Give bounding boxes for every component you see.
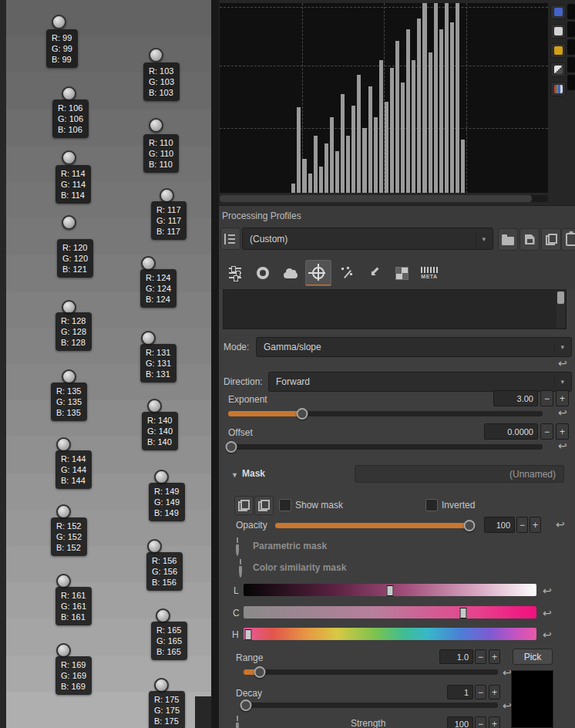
mask-paste-button[interactable] xyxy=(254,496,274,515)
slider-knob[interactable] xyxy=(464,520,476,531)
h-channel-slider[interactable] xyxy=(244,628,536,640)
decay-slider[interactable] xyxy=(244,703,498,708)
tab-meta[interactable]: META xyxy=(416,260,442,286)
adjustment-list[interactable] xyxy=(223,289,567,329)
tab-ring[interactable] xyxy=(250,260,276,286)
decay-decrement-button[interactable]: − xyxy=(475,685,486,699)
opacity-decrement-button[interactable]: − xyxy=(516,517,528,533)
reset-icon[interactable]: ↩ xyxy=(543,585,552,596)
range-value[interactable]: 1.0 xyxy=(439,649,473,664)
inverted-label[interactable]: Inverted xyxy=(442,500,475,511)
strength-decrement-button[interactable]: − xyxy=(475,716,486,728)
strength-increment-button[interactable]: + xyxy=(489,716,500,728)
exponent-increment-button[interactable]: + xyxy=(556,390,569,406)
offset-value[interactable]: 0.0000 xyxy=(484,423,538,440)
copy-profile-button[interactable] xyxy=(541,228,561,251)
opacity-increment-button[interactable]: + xyxy=(530,517,541,533)
tab-cloud[interactable] xyxy=(277,260,304,286)
panel-toggle-button[interactable] xyxy=(567,39,575,55)
histogram[interactable] xyxy=(220,3,548,193)
l-channel-slider[interactable] xyxy=(244,584,536,596)
color-picker-dot[interactable] xyxy=(52,15,66,29)
slider-knob[interactable] xyxy=(226,441,237,453)
luminosity-button[interactable] xyxy=(550,24,566,39)
reset-icon[interactable]: ↩ xyxy=(503,667,512,678)
show-mask-label[interactable]: Show mask xyxy=(295,500,343,511)
histogram-scrollbar[interactable] xyxy=(220,195,548,202)
offset-decrement-button[interactable]: − xyxy=(540,423,553,440)
color-similarity-mask-label[interactable]: Color similarity mask xyxy=(253,562,346,573)
decay-increment-button[interactable]: + xyxy=(489,685,500,699)
mode-select[interactable]: Gamma/slope ▾ xyxy=(256,337,572,357)
slider-knob[interactable] xyxy=(240,699,252,711)
mask-expander[interactable]: ▼ xyxy=(231,471,238,479)
color-picker-dot[interactable] xyxy=(149,118,163,133)
color-picker-dot[interactable] xyxy=(62,215,76,230)
paste-profile-button[interactable] xyxy=(561,228,575,251)
direction-select[interactable]: Forward ▾ xyxy=(268,372,572,392)
mask-name-button[interactable]: (Unnamed) xyxy=(355,465,564,483)
show-mask-checkbox[interactable] xyxy=(279,499,291,511)
exponent-decrement-button[interactable]: − xyxy=(540,390,553,406)
exponent-slider[interactable] xyxy=(228,411,543,416)
reset-icon[interactable]: ↩ xyxy=(543,608,552,618)
tab-checker[interactable] xyxy=(388,260,415,286)
reset-icon[interactable]: ↩ xyxy=(556,519,565,530)
slider-handle[interactable] xyxy=(387,585,394,596)
reset-icon[interactable]: ↩ xyxy=(558,440,567,451)
range-increment-button[interactable]: + xyxy=(489,649,500,664)
color-picker-dot[interactable] xyxy=(149,48,163,62)
reset-icon[interactable]: ↩ xyxy=(558,407,567,418)
bar-mode-button[interactable] xyxy=(550,82,566,96)
offset-slider[interactable] xyxy=(228,444,543,450)
tab-crosshair-selected[interactable] xyxy=(305,260,331,286)
opacity-slider[interactable] xyxy=(275,523,469,528)
picked-color-patch[interactable] xyxy=(511,670,553,728)
range-decrement-button[interactable]: − xyxy=(475,649,486,664)
slider-handle[interactable] xyxy=(460,608,467,618)
blue-channel-button[interactable] xyxy=(550,5,566,19)
slider-knob[interactable] xyxy=(296,408,308,420)
profile-select[interactable]: (Custom) ▾ xyxy=(242,228,493,250)
sliders-icon xyxy=(229,265,241,281)
histogram-bar xyxy=(302,159,306,193)
copy-icon xyxy=(238,500,250,511)
list-scrollbar[interactable] xyxy=(557,291,565,328)
tab-sliders[interactable] xyxy=(222,260,248,286)
reset-icon[interactable]: ↩ xyxy=(503,700,512,711)
panel-toggle-button[interactable] xyxy=(567,75,575,90)
raw-histogram-button[interactable] xyxy=(550,43,566,58)
slider-knob[interactable] xyxy=(254,666,266,678)
save-profile-button[interactable] xyxy=(520,228,540,251)
panel-toggle-button[interactable] xyxy=(567,57,575,72)
reset-icon[interactable]: ↩ xyxy=(543,629,552,640)
c-channel-slider[interactable] xyxy=(244,606,536,618)
parametric-mask-label[interactable]: Parametric mask xyxy=(253,541,327,551)
pick-button[interactable]: Pick xyxy=(513,649,553,665)
color-picker-dot[interactable] xyxy=(62,150,76,165)
image-preview[interactable]: R: 99G: 99B: 99R: 103G: 103B: 103R: 106G… xyxy=(0,0,211,728)
panel-divider[interactable] xyxy=(211,0,219,728)
strength-value[interactable]: 100 xyxy=(447,716,473,728)
offset-increment-button[interactable]: + xyxy=(556,423,569,440)
parametric-mask-power-icon[interactable] xyxy=(236,540,239,556)
reset-icon[interactable]: ↩ xyxy=(558,358,567,369)
scrollbar-thumb[interactable] xyxy=(220,195,532,202)
inverted-checkbox[interactable] xyxy=(425,499,438,511)
power-icon[interactable] xyxy=(236,718,239,728)
tab-wand[interactable] xyxy=(333,260,359,286)
decay-value[interactable]: 1 xyxy=(447,685,473,699)
panel-toggle-button[interactable] xyxy=(567,22,575,37)
range-slider[interactable] xyxy=(244,669,498,675)
mask-copy-button[interactable] xyxy=(234,496,254,515)
profile-fill-mode-button[interactable] xyxy=(220,228,240,250)
exponent-value[interactable]: 3.00 xyxy=(493,390,538,406)
opacity-value[interactable]: 100 xyxy=(484,517,515,533)
load-profile-button[interactable] xyxy=(498,228,518,251)
slider-handle[interactable] xyxy=(244,629,251,640)
scrollbar-thumb[interactable] xyxy=(557,292,564,304)
panel-toggle-button[interactable] xyxy=(567,4,575,19)
color-similarity-mask-power-icon[interactable] xyxy=(239,561,242,578)
tab-pen[interactable] xyxy=(361,260,387,286)
chroma-button[interactable] xyxy=(550,62,566,77)
